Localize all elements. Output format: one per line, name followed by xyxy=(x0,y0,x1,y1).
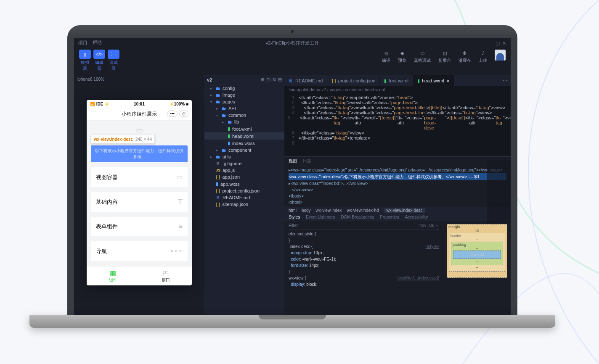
background-button[interactable]: ◫切后台 xyxy=(438,50,451,63)
box-model-content: 240 × 44 xyxy=(453,251,501,259)
tab-components[interactable]: ▦组件 xyxy=(87,266,139,285)
component-card[interactable]: 导航∘∘∘ xyxy=(91,241,188,261)
app-title: 小程序组件展示 xyxy=(122,111,157,117)
tab-api[interactable]: ◰接口 xyxy=(139,266,192,285)
editor-toggle[interactable]: </> xyxy=(93,50,105,59)
window-title: v2-FinClip小程序开发工具 xyxy=(74,40,511,46)
styles-subtab[interactable]: Properties xyxy=(380,215,399,219)
tree-item[interactable]: ▸🖿utils xyxy=(204,153,284,160)
dom-path-segment[interactable]: wx-view.index-desc xyxy=(384,208,425,213)
tabs-overflow-icon[interactable]: ⋯ xyxy=(499,78,511,84)
close-tab-icon[interactable]: ✕ xyxy=(446,79,450,83)
capsule-menu-icon[interactable]: ••• xyxy=(167,111,178,117)
component-card[interactable]: 表单组件≡ xyxy=(91,217,188,236)
styles-filter-input[interactable]: Filter xyxy=(289,222,298,229)
simulator-device-label[interactable]: iphone6 100% xyxy=(74,75,204,83)
remote-debug-button[interactable]: ▭真机调试 xyxy=(414,50,431,63)
toolbar: ▯ </> ⋮⋮ 模拟器 编辑器 调试器 ◎编译 ◉预览 ▭真机调试 ◫切后台 … xyxy=(74,47,511,75)
styles-pane[interactable]: Filter:hov .cls ＋ element.style {} .inde… xyxy=(284,221,443,289)
tree-item[interactable]: ▸🖿lib xyxy=(204,119,284,125)
new-file-icon[interactable]: ⊕ xyxy=(261,77,265,82)
styles-subtab[interactable]: Accessibility xyxy=(405,215,428,219)
code-editor[interactable]: 1<tk-attr">class="tk-tag">template tk-at… xyxy=(284,93,511,156)
tree-item[interactable]: 🗎README.md xyxy=(204,194,284,201)
editor-tab[interactable]: 🗎README.md xyxy=(284,75,327,86)
simulator-panel: iphone6 100% 📶 IDE ⚡ 10:01 ⚡100% ■ 小程序组件… xyxy=(74,75,204,315)
avatar[interactable] xyxy=(495,50,506,61)
devtools-tab-view[interactable]: 视图 xyxy=(289,158,297,164)
collapse-icon[interactable]: ⊟ xyxy=(278,77,282,82)
tree-item[interactable]: { }app.json xyxy=(204,174,284,180)
tree-item[interactable]: { }project.config.json xyxy=(204,187,284,194)
dom-path-segment[interactable]: wx-view.index xyxy=(316,208,342,213)
status-time: 10:01 xyxy=(134,102,145,106)
dom-path[interactable]: htmlbodywx-view.indexwx-view.index-hdwx-… xyxy=(284,207,511,214)
tree-item[interactable]: { }sitemap.json xyxy=(204,201,284,208)
tree-item[interactable]: ▮head.wxml xyxy=(204,132,284,140)
styles-subtab[interactable]: Styles xyxy=(289,215,300,219)
status-left: 📶 IDE ⚡ xyxy=(90,102,109,106)
file-explorer: v2 ⊕ 🗀 ↻ ⊟ ▸🖿config▸🖿image▾🖿pages▸🖿API▾🖿… xyxy=(204,75,284,315)
devtools-panel: 视图 日志 ▸<wx-image class="index-logo" src=… xyxy=(284,156,511,315)
styles-toggles[interactable]: :hov .cls ＋ xyxy=(419,222,439,229)
dom-path-segment[interactable]: wx-view.index-hd xyxy=(347,208,379,213)
tree-item[interactable]: ▾🖿common xyxy=(204,112,284,119)
tree-item[interactable]: ▮index.wxss xyxy=(204,140,284,147)
ide-window: 项目 帮助 — ▢ ✕ v2-FinClip小程序开发工具 ▯ </> ⋮⋮ 模… xyxy=(67,38,517,315)
tree-item[interactable]: ▾🖿pages xyxy=(204,98,284,105)
tree-item[interactable]: ▸🖿API xyxy=(204,105,284,112)
editor-label: 编辑器 xyxy=(93,60,105,71)
dom-path-segment[interactable]: html xyxy=(289,208,297,213)
dom-tree[interactable]: ▸<wx-image class="index-logo" src="../re… xyxy=(284,165,511,207)
styles-subtab[interactable]: DOM Breakpoints xyxy=(341,215,374,219)
laptop-mockup: 项目 帮助 — ▢ ✕ v2-FinClip小程序开发工具 ▯ </> ⋮⋮ 模… xyxy=(67,25,517,328)
tree-item[interactable]: JSapp.js xyxy=(204,167,284,174)
preview-button[interactable]: ◉预览 xyxy=(398,50,406,63)
debugger-toggle[interactable]: ⋮⋮ xyxy=(108,50,119,59)
minimap[interactable] xyxy=(487,160,511,223)
phone-preview: 📶 IDE ⚡ 10:01 ⚡100% ■ 小程序组件展示 •••⊙ ▭ wx-… xyxy=(87,100,192,285)
simulator-label: 模拟器 xyxy=(79,60,91,71)
devtools-tab-log[interactable]: 日志 xyxy=(303,158,311,164)
dom-path-segment[interactable]: body xyxy=(302,208,311,213)
project-root[interactable]: v2 xyxy=(207,77,212,82)
tree-item[interactable]: ▸🖿image xyxy=(204,92,284,98)
component-card[interactable]: 视图容器▭ xyxy=(91,167,188,187)
status-right: ⚡100% ■ xyxy=(169,102,188,106)
simulator-toggle[interactable]: ▯ xyxy=(79,50,91,59)
box-model: margin10 border– padding– 240 × 44 – – – xyxy=(443,221,511,289)
editor-tab[interactable]: { }project.config.json xyxy=(327,75,380,86)
upload-button[interactable]: ⤴上传 xyxy=(479,50,487,63)
styles-subtab[interactable]: Event Listeners xyxy=(306,215,335,219)
component-card[interactable]: 基础内容𝕋 xyxy=(91,192,188,212)
tree-item[interactable]: 🗎.gitignore xyxy=(204,160,284,167)
clear-cache-button[interactable]: 🗑清缓存 xyxy=(459,50,471,63)
dom-selected-node[interactable]: <wx-view class="index-desc">以下将展示小程序官方组件… xyxy=(289,173,506,180)
breadcrumb[interactable]: fino-applet-demo-v2 › pages › common › h… xyxy=(284,86,511,93)
new-folder-icon[interactable]: 🗀 xyxy=(266,77,271,82)
debugger-label: 调试器 xyxy=(108,60,119,71)
tree-item[interactable]: ▸🖿config xyxy=(204,85,284,92)
highlighted-element[interactable]: 以下将展示小程序官方组件能力，组件样式仅供参考。 xyxy=(91,145,188,162)
tree-item[interactable]: ▸🖿component xyxy=(204,147,284,153)
tree-item[interactable]: ▮app.wxss xyxy=(204,180,284,187)
editor-tab[interactable]: ▮head.wxml✕ xyxy=(413,75,454,86)
editor-tab[interactable]: ▮foot.wxml xyxy=(380,75,413,86)
compile-button[interactable]: ◎编译 xyxy=(382,50,390,63)
inspect-tooltip: wx-view.index-desc240 × 44 xyxy=(91,135,155,144)
tree-item[interactable]: ▮foot.wxml xyxy=(204,125,284,132)
refresh-icon[interactable]: ↻ xyxy=(273,77,276,82)
capsule-close-icon[interactable]: ⊙ xyxy=(179,111,188,117)
editor-tab-bar: 🗎README.md{ }project.config.json▮foot.wx… xyxy=(284,75,511,86)
code-editor-panel: 🗎README.md{ }project.config.json▮foot.wx… xyxy=(284,75,511,315)
